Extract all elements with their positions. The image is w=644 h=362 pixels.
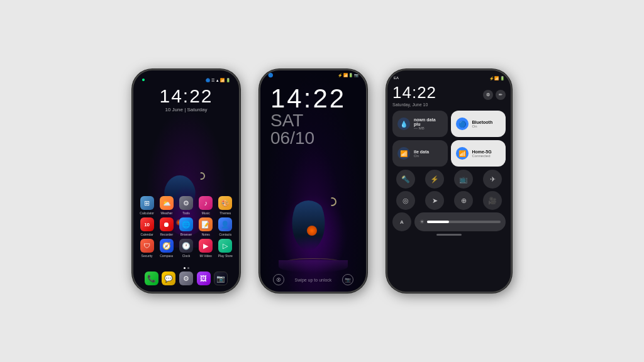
app-calendar[interactable]: 10 Calendar [138,217,156,236]
app-label: Play Store [218,254,233,258]
app-contacts[interactable]: 👤 Contacts [216,217,234,236]
tile-mobile-text: ile data On [414,150,443,158]
tile-mobile-title: ile data [414,150,443,154]
brightness-track [427,221,501,223]
dock-gallery[interactable]: 🖼 [195,272,213,287]
lock-day: SAT [260,112,366,129]
toggle-location[interactable]: ➤ [425,191,444,210]
control-screen: EA ⚡ 📶 🔋 14:22 Saturday, June 10 ⚙ ✏ 💧 [387,70,511,292]
ctrl-bottom-area: A ☀ [392,212,506,231]
status-dot [142,79,145,81]
quick-tiles-grid: 💧 nown data plu — MB 🔵 Bluetooth On 📶 il… [392,111,506,167]
app-recorder[interactable]: ⏺ Recorder [158,217,175,236]
app-tools[interactable]: ⚙ Tools [177,196,195,215]
app-playstore[interactable]: ▷ Play Store [216,239,234,258]
tile-wifi[interactable]: 📶 Home-5G Connected [451,140,506,167]
auto-brightness-btn[interactable]: A [392,212,411,231]
phone-lock: 🔵 ⚡ 📶 🔋 📷 14:22 SAT 06/10 ⦿ Swipe up to … [259,69,367,293]
toggle-screen-cast[interactable]: 📺 [454,170,473,189]
toggle-focus[interactable]: ⊕ [454,191,473,210]
app-icon-img: 🕐 [179,239,193,253]
app-label: Calculator [140,211,154,215]
dot-2 [187,267,189,269]
app-label: Calendar [140,233,153,236]
app-icon-img: 10 [140,217,154,231]
tile-mobile-sub: On [414,154,443,158]
lock-date: 06/10 [260,129,366,147]
tile-wifi-title: Home-5G [472,150,501,154]
ctrl-status-right: ⚡ 📶 🔋 [489,76,504,80]
tile-data-sub: — MB [414,126,443,130]
dock-messages[interactable]: 💬 [160,272,178,287]
app-icon-img: ⊞ [140,196,154,210]
mobile-data-icon: 📶 [397,147,410,160]
app-icon-img: ⚙ [179,272,193,285]
toggle-airplane[interactable]: ✈ [483,170,502,189]
app-label: Compass [160,254,173,258]
toggle-flashlight[interactable]: 🔦 [396,170,415,189]
app-label: Browser [180,233,192,236]
app-music[interactable]: ♪ Music [197,196,214,215]
app-security[interactable]: 🛡 Security [138,239,156,258]
app-themes[interactable]: 🎨 Themes [216,196,234,215]
lock-time: 14:22 [260,85,366,112]
app-icon-img: 📝 [199,217,213,231]
app-icon-img: 📞 [145,272,158,285]
ctrl-header-icons: ⚙ ✏ [483,90,506,100]
toggle-row-1: 🔦 ⚡ 📺 ✈ [392,170,506,189]
app-calculator[interactable]: ⊞ Calculator [138,196,156,215]
app-compass[interactable]: 🧭 Compass [158,239,175,258]
home-screen: 🔵 ☰ ▲ 📶 🔋 14:22 10 June | Saturday ⊞ [133,70,239,292]
app-weather[interactable]: ⛅ Weather [158,196,175,215]
ctrl-edit-icon[interactable]: ✏ [496,90,506,100]
dock-phone[interactable]: 📞 [143,272,160,287]
ctrl-status-bar: EA ⚡ 📶 🔋 [392,74,506,82]
dock-camera[interactable]: 📷 [212,272,230,287]
app-label: Tools [182,211,190,215]
app-label: Notes [202,233,210,236]
brightness-slider[interactable]: ☀ [414,212,506,231]
phone-home: 🔵 ☰ ▲ 📶 🔋 14:22 10 June | Saturday ⊞ [132,69,240,293]
ctrl-settings-icon[interactable]: ⚙ [483,90,493,100]
app-label: Music [202,211,210,215]
toggle-privacy[interactable]: ◎ [396,191,415,210]
app-browser[interactable]: 🌐 Browser [177,217,195,236]
app-icon-img: 📷 [214,272,228,285]
brightness-low-icon: ☀ [419,219,425,225]
wifi-icon: 📶 [456,147,469,160]
tile-mobile-data[interactable]: 📶 ile data On [392,140,448,167]
app-label: Themes [219,211,231,215]
tile-data-text: nown data plu — MB [414,118,443,130]
app-icon-img: 🛡 [140,239,154,253]
tile-bluetooth-sub: On [472,124,501,128]
lock-shiva-container [279,194,348,276]
tile-bluetooth[interactable]: 🔵 Bluetooth On [451,111,506,137]
app-mivideo[interactable]: ▶ Mi Video [197,239,214,258]
ctrl-time-row: 14:22 Saturday, June 10 ⚙ ✏ [392,83,506,107]
tile-bluetooth-text: Bluetooth On [472,120,501,128]
app-icon-img: 🖼 [197,272,211,285]
app-icon-img: 🌐 [179,217,193,231]
tile-data-usage[interactable]: 💧 nown data plu — MB [392,111,448,137]
dock: 📞 💬 ⚙ 🖼 📷 [133,272,239,287]
brightness-fill [427,221,449,223]
status-bar-home: 🔵 ☰ ▲ 📶 🔋 [137,75,235,84]
tile-data-title: nown data plu [414,118,443,126]
lock-screen: 🔵 ⚡ 📶 🔋 📷 14:22 SAT 06/10 ⦿ Swipe up to … [260,70,366,292]
dot-1 [184,267,186,269]
tile-bluetooth-title: Bluetooth [472,120,501,124]
ctrl-status-left: EA [394,76,399,80]
bluetooth-icon: 🔵 [456,118,469,130]
ctrl-time: 14:22 [392,83,436,102]
app-notes[interactable]: 📝 Notes [197,217,214,236]
toggle-nfc[interactable]: ⚡ [425,170,444,189]
app-icon-img: ⏺ [160,217,174,231]
toggle-camera[interactable]: 🎥 [483,191,502,210]
app-icon-img: ▶ [199,239,213,253]
phone-control: EA ⚡ 📶 🔋 14:22 Saturday, June 10 ⚙ ✏ 💧 [386,69,512,293]
app-clock[interactable]: 🕐 Clock [177,239,195,258]
page-dots [133,267,239,269]
tile-wifi-text: Home-5G Connected [472,150,501,158]
dock-settings[interactable]: ⚙ [177,272,195,287]
ctrl-time-date-block: 14:22 Saturday, June 10 [392,83,436,107]
